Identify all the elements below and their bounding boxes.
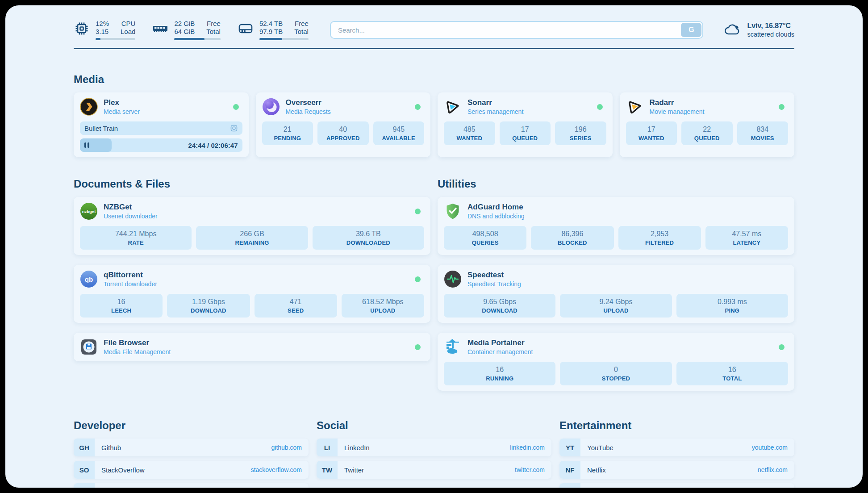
service-name: Radarr	[650, 98, 773, 107]
stat-box: 21 PENDING	[262, 121, 313, 145]
cloud-icon	[723, 21, 742, 39]
service-description: Media server	[104, 108, 227, 115]
bookmark-name: Github	[101, 444, 121, 451]
weather-widget: Lviv, 16.87°C scattered clouds	[723, 21, 794, 39]
bookmark-url[interactable]: github.com	[271, 444, 302, 451]
stat-box: 266 GB REMAINING	[196, 226, 308, 250]
service-card-nzbget[interactable]: nzbget NZBGet Usenet downloader 744.21 M…	[74, 197, 430, 255]
section-title-media: Media	[74, 73, 794, 86]
radarr-icon	[626, 98, 644, 116]
bookmark-netflix[interactable]: NF Netflix netflix.com	[559, 461, 794, 479]
entertainment-group: Entertainment YT YouTube youtube.com NF …	[559, 419, 794, 488]
memory-free-value: 22 GiB	[174, 20, 195, 27]
service-description: Usenet downloader	[104, 213, 409, 220]
service-card-sonarr[interactable]: Sonarr Series management 485 WANTED 17 Q…	[438, 92, 613, 157]
bookmark-abbr: DT	[74, 483, 95, 488]
header: 12% CPU 3.15 Load	[74, 20, 794, 40]
pause-icon[interactable]	[84, 142, 89, 148]
bookmark-abbr: TW	[317, 461, 338, 479]
social-group: Social LI LinkedIn linkedin.com TW Twitt…	[317, 419, 551, 488]
bookmark-abbr: LI	[317, 439, 338, 456]
status-dot	[597, 104, 603, 110]
svg-text:qb: qb	[85, 276, 93, 283]
stat-box: 17 QUEUED	[500, 121, 551, 145]
bookmark-name: StackOverflow	[101, 466, 145, 474]
memory-stat: 22 GiB Free 64 GiB Total	[152, 20, 221, 40]
service-card-radarr[interactable]: Radarr Movie management 17 WANTED 22 QUE…	[620, 92, 795, 157]
status-dot	[415, 344, 421, 350]
search-bar: G	[330, 21, 704, 39]
now-playing-row: Bullet Train	[80, 121, 242, 135]
svg-text:nzbget: nzbget	[82, 209, 96, 214]
service-card-filebrowser[interactable]: File Browser Media File Management	[74, 333, 430, 361]
documents-column: Documents & Files nzbget	[74, 178, 430, 361]
service-card-speedtest[interactable]: Speedtest Speedtest Tracking 9.65 Gbps D…	[438, 265, 794, 323]
section-title-utilities: Utilities	[438, 178, 794, 190]
plex-icon	[80, 98, 98, 116]
bookmark-abbr: SO	[74, 461, 95, 479]
status-dot	[779, 104, 785, 110]
bookmark-url[interactable]: youtube.com	[752, 444, 788, 451]
now-playing-progress: 24:44 / 02:06:47	[80, 138, 242, 152]
section-title-documents: Documents & Files	[74, 178, 430, 190]
bookmark-url[interactable]: netflix.com	[758, 466, 788, 473]
section-title-developer: Developer	[74, 419, 309, 432]
qbittorrent-icon: qb	[80, 270, 98, 288]
stat-box: 485 WANTED	[444, 121, 495, 145]
sonarr-icon	[444, 98, 462, 116]
status-dot	[415, 276, 421, 282]
service-description: Series management	[467, 108, 591, 115]
service-name: File Browser	[104, 338, 409, 347]
dashboard-panel: 12% CPU 3.15 Load	[5, 5, 863, 488]
host-stats: 12% CPU 3.15 Load	[74, 20, 309, 40]
service-card-overseerr[interactable]: Overseerr Media Requests 21 PENDING 40 A…	[256, 92, 431, 157]
bookmark-url[interactable]: twitter.com	[515, 466, 545, 473]
bookmark-abbr: RE	[559, 483, 580, 488]
stat-box: 16 TOTAL	[676, 362, 788, 385]
bookmark-url[interactable]: linkedin.com	[510, 444, 545, 451]
developer-group: Developer GH Github github.com SO StackO…	[74, 419, 309, 488]
ram-icon	[152, 21, 168, 37]
stat-box: 9.24 Gbps UPLOAD	[560, 294, 672, 318]
search-input[interactable]	[330, 21, 704, 39]
service-card-plex[interactable]: Plex Media server Bullet Train	[74, 92, 249, 157]
service-name: Plex	[104, 98, 227, 107]
bookmark-twitter[interactable]: TW Twitter twitter.com	[317, 461, 551, 479]
stat-box: 1.19 Gbps DOWNLOAD	[167, 294, 250, 318]
overseerr-icon	[262, 98, 280, 116]
service-card-adguard[interactable]: AdGuard Home DNS and adblocking 498,508 …	[438, 197, 794, 255]
service-card-qbittorrent[interactable]: qb qBittorrent Torrent downloader 16	[74, 265, 430, 323]
bookmark-github[interactable]: GH Github github.com	[74, 439, 309, 456]
stat-box: 17 WANTED	[626, 121, 677, 145]
disk-total-label: Total	[294, 28, 309, 35]
bookmark-dev[interactable]: DT DEV dev.to	[74, 483, 309, 488]
service-name: NZBGet	[104, 203, 409, 212]
bookmark-url[interactable]: stackoverflow.com	[251, 466, 302, 473]
section-title-social: Social	[317, 419, 551, 432]
service-description: Media File Management	[104, 348, 409, 355]
service-description: Movie management	[650, 108, 773, 115]
search-engine-button[interactable]: G	[681, 23, 701, 37]
status-dot	[233, 104, 239, 110]
disk-icon	[238, 21, 254, 37]
status-dot	[415, 104, 421, 110]
bookmark-name: Twitter	[344, 466, 364, 474]
stat-box: 47.57 ms LATENCY	[705, 226, 788, 250]
service-description: Torrent downloader	[104, 280, 409, 288]
utilities-column: Utilities	[438, 178, 794, 391]
media-grid: Plex Media server Bullet Train	[74, 92, 794, 157]
header-divider	[74, 48, 794, 49]
stat-box: 834 MOVIES	[737, 121, 789, 145]
bookmark-stackoverflow[interactable]: SO StackOverflow stackoverflow.com	[74, 461, 309, 479]
weather-condition: scattered clouds	[747, 31, 794, 38]
bookmark-name: YouTube	[587, 444, 613, 451]
status-dot	[415, 209, 421, 214]
bookmark-youtube[interactable]: YT YouTube youtube.com	[559, 439, 794, 456]
bookmark-linkedin[interactable]: LI LinkedIn linkedin.com	[317, 439, 551, 456]
session-camera-icon[interactable]	[230, 124, 238, 132]
bookmark-name: Netflix	[587, 466, 606, 474]
bookmark-reddit[interactable]: RE Reddit reddit.com	[559, 483, 794, 488]
service-card-portainer[interactable]: Media Portainer Container management 16 …	[438, 333, 794, 391]
service-description: DNS and adblocking	[467, 213, 788, 220]
service-description: Container management	[467, 348, 773, 355]
